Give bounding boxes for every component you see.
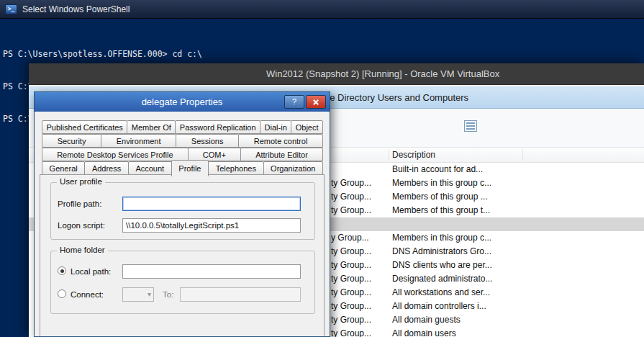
cell-type: ty Group... (331, 301, 371, 311)
cell-type: y Group... (331, 233, 369, 243)
tab-published-certificates[interactable]: Published Certificates (42, 120, 127, 134)
dialog-title: delegate Properties (142, 96, 223, 107)
home-folder-group-label: Home folder (57, 246, 108, 254)
cell-description: All domain guests (392, 315, 461, 325)
logon-script-label: Logon script: (58, 221, 105, 230)
tab-security[interactable]: Security (42, 134, 101, 148)
tab-member-of[interactable]: Member Of (127, 120, 176, 134)
list-view-icon[interactable] (464, 120, 477, 132)
console-line: PS C:\Users\spotless.OFFENSE.000> cd c:\ (3, 49, 644, 60)
cell-description: Members in this group c... (392, 178, 491, 188)
virtualbox-window-title: Win2012 (Snapshot 2) [Running] - Oracle … (266, 68, 499, 79)
tab-object[interactable]: Object (291, 120, 323, 134)
tab-dial-in[interactable]: Dial-in (260, 120, 291, 134)
tab-sessions[interactable]: Sessions (176, 134, 239, 148)
tab-remote-desktop-services-profile[interactable]: Remote Desktop Services Profile (42, 148, 189, 161)
tab-telephones[interactable]: Telephones (208, 161, 263, 175)
cell-description: All domain users (392, 328, 456, 337)
tab-general[interactable]: General (42, 161, 85, 175)
cell-description: DNS clients who are per... (392, 260, 492, 270)
connect-radio[interactable] (58, 289, 66, 298)
aduc-window-title: Active Directory Users and Computers (309, 92, 468, 103)
profile-path-label: Profile path: (58, 199, 101, 208)
tab-address[interactable]: Address (84, 161, 129, 175)
column-divider (389, 149, 389, 161)
cell-description: Members of this group t... (392, 205, 490, 215)
user-profile-group: User profile Profile path: Logon script: (50, 182, 315, 240)
cell-type: ty Group... (331, 328, 371, 337)
home-folder-group: Home folder Local path: Connect: ▾ To: (50, 251, 315, 314)
logon-script-input[interactable] (122, 218, 301, 233)
tab-organization[interactable]: Organization (263, 161, 324, 175)
cell-description: All domain controllers i... (392, 301, 486, 311)
profile-path-input[interactable] (122, 197, 301, 211)
cell-type: ty Group... (331, 178, 371, 188)
virtualbox-titlebar[interactable]: Win2012 (Snapshot 2) [Running] - Oracle … (29, 63, 644, 85)
local-path-input[interactable] (122, 264, 301, 279)
cell-type: ty Group... (331, 274, 371, 284)
cell-type: ty Group... (331, 287, 371, 297)
delegate-properties-dialog: delegate Properties ? Published Certific… (34, 91, 330, 337)
cell-description: Members in this group c... (392, 233, 491, 243)
column-divider (522, 149, 523, 161)
tab-profile[interactable]: Profile (171, 160, 209, 176)
cell-description: Built-in account for ad... (392, 164, 483, 174)
close-button[interactable] (306, 95, 326, 109)
tab-attribute-editor[interactable]: Attribute Editor (240, 148, 323, 161)
cell-description: All workstations and ser... (392, 287, 490, 297)
local-path-label: Local path: (71, 267, 111, 276)
cell-description: Designated administrato... (392, 274, 492, 284)
user-profile-group-label: User profile (57, 177, 105, 186)
desktop: >_ Select Windows PowerShell PS C:\Users… (0, 0, 644, 337)
dialog-tabs: Published Certificates Member Of Passwor… (42, 120, 322, 175)
local-path-radio[interactable] (58, 266, 66, 275)
cell-type: ty Group... (331, 192, 371, 202)
tab-account[interactable]: Account (128, 161, 172, 175)
profile-tab-panel: User profile Profile path: Logon script:… (40, 174, 325, 336)
powershell-window-title: Select Windows PowerShell (22, 4, 130, 14)
cell-type: ty Group... (331, 260, 371, 270)
cell-type: ty Group... (331, 315, 371, 325)
cell-description: Members of this group ... (392, 192, 488, 202)
cell-description: DNS Administrators Gro... (392, 246, 491, 256)
chevron-down-icon: ▾ (148, 290, 151, 298)
drive-letter-select[interactable]: ▾ (122, 287, 154, 302)
help-button[interactable]: ? (284, 95, 304, 109)
tab-password-replication[interactable]: Password Replication (175, 120, 260, 134)
tab-environment[interactable]: Environment (101, 134, 176, 148)
tab-remote-control[interactable]: Remote control (238, 134, 323, 148)
connect-path-input[interactable] (180, 287, 301, 302)
cell-type: ty Group... (331, 246, 371, 256)
column-header-description[interactable]: Description (392, 150, 435, 160)
connect-label: Connect: (71, 290, 104, 299)
powershell-icon: >_ (5, 4, 17, 14)
to-label: To: (163, 290, 173, 299)
cell-type: ty Group... (331, 205, 371, 215)
powershell-titlebar[interactable]: >_ Select Windows PowerShell (0, 0, 644, 19)
